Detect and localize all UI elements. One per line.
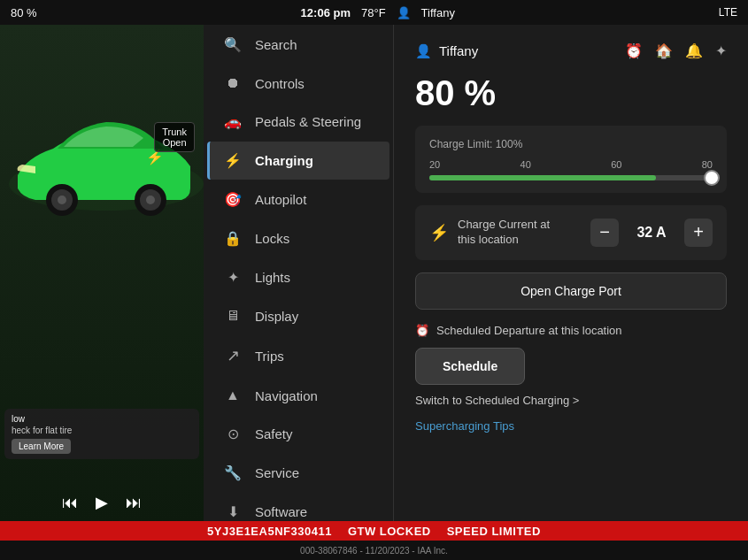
media-prev-button[interactable]: ⏮: [62, 494, 78, 512]
safety-icon: ⊙: [223, 426, 243, 442]
speed-limited-text: SPEED LIMITED: [447, 525, 541, 538]
svg-point-3: [58, 196, 66, 204]
charge-slider-labels: 20 40 60 80: [429, 159, 713, 170]
pedals-icon: 🚗: [223, 113, 243, 130]
tire-warning-subtitle: heck for flat tire: [12, 426, 192, 435]
car-illustration: ⚡: [0, 78, 204, 237]
info-bar: 000-38067846 - 11/20/2023 - IAA Inc.: [0, 541, 748, 560]
menu-item-autopilot[interactable]: 🎯 Autopilot: [207, 180, 389, 219]
status-user-name: Tiffany: [421, 6, 455, 19]
scheduled-title-text: Scheduled Departure at this location: [436, 324, 622, 337]
lightning-icon: ⚡: [429, 223, 449, 242]
menu-item-navigation[interactable]: ▲ Navigation: [207, 377, 389, 414]
supercharging-tips-link[interactable]: Supercharging Tips: [415, 419, 727, 433]
scheduled-section: ⏰ Scheduled Departure at this location S…: [415, 324, 727, 407]
menu-item-controls[interactable]: ⏺ Controls: [207, 65, 389, 102]
charge-slider-fill: [429, 175, 656, 180]
trunk-label: Trunk Open: [154, 122, 195, 152]
charge-current-controls: − 32 A +: [590, 219, 713, 247]
user-info: 👤 Tiffany: [415, 43, 478, 59]
charge-limit-card: Charge Limit: 100% 20 40 60 80: [415, 126, 727, 193]
software-icon: ⬇: [223, 503, 243, 520]
charge-current-value: 32 A: [629, 225, 674, 241]
slider-label-40: 40: [521, 159, 531, 170]
charging-icon: ⚡: [223, 152, 243, 169]
charge-limit-title: Charge Limit: 100%: [429, 138, 713, 150]
charge-decrement-button[interactable]: −: [590, 219, 619, 247]
controls-icon: ⏺: [223, 75, 243, 91]
menu-label-pedals-steering: Pedals & Steering: [255, 114, 361, 129]
charge-increment-button[interactable]: +: [684, 219, 713, 247]
menu-label-trips: Trips: [255, 349, 284, 364]
alarm-icon[interactable]: ⏰: [625, 42, 643, 59]
car-image-area: ⚡ Trunk Open low heck for flat tire Lear…: [0, 25, 204, 521]
user-icon: 👤: [415, 43, 432, 59]
menu-item-trips[interactable]: ↗ Trips: [207, 335, 389, 376]
lights-icon: ✦: [223, 269, 243, 286]
menu-label-display: Display: [255, 309, 298, 324]
car-panel: ⚡ Trunk Open low heck for flat tire Lear…: [0, 25, 204, 521]
gtw-locked-text: GTW LOCKED: [348, 525, 431, 538]
menu-item-service[interactable]: 🔧 Service: [207, 454, 389, 492]
vin-text: 5YJ3E1EA5NF330411: [207, 525, 332, 538]
charge-current-card: ⚡ Charge Current at this location − 32 A…: [415, 205, 727, 260]
menu-label-lights: Lights: [255, 270, 290, 285]
menu-item-locks[interactable]: 🔒 Locks: [207, 219, 389, 257]
menu-label-software: Software: [255, 504, 307, 519]
tire-warning: low heck for flat tire Learn More: [4, 409, 199, 459]
menu-item-display[interactable]: 🖥 Display: [207, 297, 389, 334]
info-bar-text: 000-38067846 - 11/20/2023 - IAA Inc.: [300, 546, 448, 556]
tire-warning-title: low: [12, 414, 192, 424]
lte-icon: LTE: [719, 6, 737, 19]
charge-percent: 80 %: [415, 73, 727, 113]
status-bar: 80 % 12:06 pm 78°F 👤 Tiffany LTE: [0, 0, 748, 25]
charge-slider-track[interactable]: [429, 175, 713, 180]
header-icons: ⏰ 🏠 🔔 ✦: [625, 42, 727, 59]
menu-label-safety: Safety: [255, 426, 293, 441]
display-icon: 🖥: [223, 308, 243, 324]
status-temperature: 78°F: [361, 6, 386, 19]
status-bar-left: 80 %: [11, 6, 37, 19]
bottom-status-bar: 5YJ3E1EA5NF330411 GTW LOCKED SPEED LIMIT…: [0, 521, 748, 541]
locks-icon: 🔒: [223, 230, 243, 247]
user-name: Tiffany: [439, 43, 478, 58]
slider-label-80: 80: [702, 159, 713, 170]
open-charge-port-button[interactable]: Open Charge Port: [415, 272, 727, 310]
menu-label-controls: Controls: [255, 76, 305, 91]
status-bar-right: LTE: [719, 6, 737, 19]
svg-point-6: [146, 196, 155, 204]
media-next-button[interactable]: ⏭: [126, 494, 142, 512]
menu-item-search[interactable]: 🔍 Search: [207, 26, 389, 64]
charging-panel: 👤 Tiffany ⏰ 🏠 🔔 ✦ 80 % Charge Limit: 100…: [394, 25, 748, 521]
bluetooth-icon[interactable]: ✦: [715, 42, 727, 59]
menu-label-locks: Locks: [255, 231, 289, 246]
media-play-button[interactable]: ▶: [96, 493, 108, 512]
user-header: 👤 Tiffany ⏰ 🏠 🔔 ✦: [415, 42, 727, 59]
menu-item-pedals-steering[interactable]: 🚗 Pedals & Steering: [207, 103, 389, 141]
learn-more-button[interactable]: Learn More: [12, 439, 71, 454]
slider-label-60: 60: [611, 159, 621, 170]
scheduled-title: ⏰ Scheduled Departure at this location: [415, 324, 727, 337]
menu-label-autopilot: Autopilot: [255, 192, 306, 207]
alarm-icon-scheduled: ⏰: [415, 324, 429, 337]
home-icon[interactable]: 🏠: [655, 42, 673, 59]
autopilot-icon: 🎯: [223, 191, 243, 208]
switch-charging-link[interactable]: Switch to Scheduled Charging >: [415, 394, 727, 407]
menu-label-service: Service: [255, 465, 299, 480]
battery-percent: 80 %: [11, 6, 37, 19]
media-controls: ⏮ ▶ ⏭: [62, 493, 142, 512]
bell-icon[interactable]: 🔔: [685, 42, 703, 59]
menu-label-search: Search: [255, 37, 297, 52]
search-icon: 🔍: [223, 36, 243, 53]
slider-label-20: 20: [429, 159, 440, 170]
menu-label-charging: Charging: [255, 153, 313, 168]
schedule-button[interactable]: Schedule: [415, 348, 525, 385]
menu-item-lights[interactable]: ✦ Lights: [207, 258, 389, 296]
status-user-icon: 👤: [397, 6, 411, 19]
charge-current-label: Charge Current at this location: [458, 218, 550, 248]
menu-item-charging[interactable]: ⚡ Charging: [207, 142, 389, 180]
menu-item-safety[interactable]: ⊙ Safety: [207, 415, 389, 453]
status-time: 12:06 pm: [301, 6, 351, 19]
trips-icon: ↗: [223, 346, 243, 365]
charge-slider-thumb: [704, 170, 720, 186]
